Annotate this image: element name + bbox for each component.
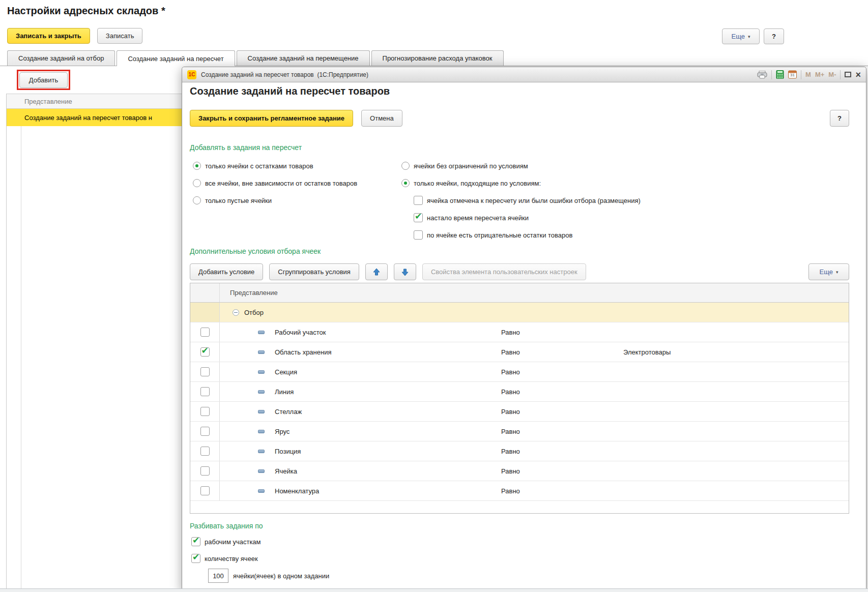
condition-operator: Равно bbox=[497, 467, 619, 475]
close-and-save-schedule-button[interactable]: Закрыть и сохранить регламентное задание bbox=[190, 110, 353, 127]
table-row[interactable]: Секция Равно bbox=[190, 362, 849, 382]
radio-icon[interactable] bbox=[401, 179, 410, 187]
cells-per-task-input[interactable]: 100 bbox=[208, 569, 228, 583]
conditions-table-header[interactable]: Представление bbox=[190, 283, 849, 303]
more-label: Еще bbox=[732, 33, 745, 40]
field-icon bbox=[258, 410, 265, 413]
page-help-button[interactable]: ? bbox=[764, 28, 784, 44]
chevron-down-icon: ▾ bbox=[748, 34, 750, 39]
table-row[interactable]: Ячейка Равно bbox=[190, 461, 849, 481]
dialog-titlebar[interactable]: 1С Создание заданий на пересчет товаров … bbox=[182, 67, 866, 82]
checkbox-marked-for-recount[interactable]: ячейка отмечена к пересчету или были оши… bbox=[414, 195, 641, 206]
radio-icon[interactable] bbox=[193, 179, 201, 187]
titlebar-separator bbox=[771, 70, 772, 79]
condition-name: Секция bbox=[275, 368, 297, 376]
radio-icon[interactable] bbox=[193, 162, 201, 170]
radio-label[interactable]: все ячейки, вне зависимости от остатков … bbox=[205, 180, 357, 187]
checkbox-label[interactable]: рабочим участкам bbox=[205, 538, 261, 546]
section-title-additional-conditions: Дополнительные условия отбора ячеек bbox=[190, 247, 321, 255]
radio-label[interactable]: только пустые ячейки bbox=[205, 197, 272, 204]
dialog-heading: Создание заданий на пересчет товаров bbox=[190, 85, 390, 97]
checkbox-icon[interactable] bbox=[191, 554, 200, 563]
conditions-more-button[interactable]: Еще ▾ bbox=[808, 263, 849, 280]
row-checkbox[interactable] bbox=[200, 387, 210, 396]
tab-create-movement-tasks[interactable]: Создание заданий на перемещение bbox=[237, 50, 370, 66]
radio-all-cells[interactable]: все ячейки, вне зависимости от остатков … bbox=[193, 177, 357, 189]
radio-label[interactable]: только ячейки, подходящие по условиям: bbox=[414, 180, 541, 187]
row-checkbox[interactable] bbox=[200, 407, 210, 416]
checkbox-by-cell-count[interactable]: количеству ячеек bbox=[191, 553, 258, 564]
calculator-icon[interactable] bbox=[776, 70, 784, 79]
table-row[interactable]: Область хранения Равно Электротовары bbox=[190, 342, 849, 362]
table-row[interactable]: Линия Равно bbox=[190, 382, 849, 402]
add-condition-button[interactable]: Добавить условие bbox=[190, 263, 263, 280]
page-more-button[interactable]: Еще ▾ bbox=[722, 28, 760, 44]
checkbox-icon[interactable] bbox=[414, 213, 423, 222]
field-icon bbox=[258, 430, 265, 433]
column-header[interactable]: Представление bbox=[7, 94, 183, 109]
maximize-icon[interactable] bbox=[845, 72, 851, 77]
print-icon[interactable] bbox=[757, 71, 767, 79]
row-checkbox[interactable] bbox=[200, 486, 210, 495]
collapse-icon[interactable] bbox=[233, 309, 239, 316]
checkbox-recount-time[interactable]: настало время пересчета ячейки bbox=[414, 212, 529, 223]
row-checkbox[interactable] bbox=[200, 427, 210, 436]
checkbox-by-work-areas[interactable]: рабочим участкам bbox=[191, 536, 261, 547]
row-checkbox[interactable] bbox=[200, 367, 210, 376]
table-row[interactable]: Номенклатура Равно bbox=[190, 481, 849, 501]
checkbox-icon[interactable] bbox=[414, 196, 423, 205]
field-icon bbox=[258, 370, 265, 374]
checkbox-label[interactable]: ячейка отмечена к пересчету или были оши… bbox=[427, 197, 641, 204]
conditions-table: Представление Отбор Рабочий участок Равн… bbox=[190, 283, 849, 514]
radio-icon[interactable] bbox=[193, 196, 201, 204]
radio-cells-with-stock[interactable]: только ячейки с остатками товаров bbox=[193, 160, 313, 171]
dialog-help-button[interactable]: ? bbox=[830, 110, 849, 127]
condition-operator: Равно bbox=[497, 487, 619, 495]
checkbox-icon[interactable] bbox=[414, 230, 423, 240]
move-up-button[interactable] bbox=[365, 263, 388, 280]
field-icon bbox=[258, 331, 265, 334]
tab-create-picking-tasks[interactable]: Создание заданий на отбор bbox=[7, 50, 115, 66]
radio-cells-no-limits[interactable]: ячейки без ограничений по условиям bbox=[401, 160, 528, 171]
table-row[interactable]: Рабочий участок Равно bbox=[190, 322, 849, 342]
save-and-close-button[interactable]: Записать и закрыть bbox=[7, 28, 90, 44]
tab-packaging-forecast[interactable]: Прогнозирование расхода упаковок bbox=[371, 50, 504, 66]
more-label: Еще bbox=[820, 268, 833, 276]
annotation-highlight bbox=[17, 70, 70, 90]
group-row-checkbox-cell bbox=[190, 303, 220, 322]
checkbox-icon[interactable] bbox=[191, 537, 200, 546]
user-settings-properties-button[interactable]: Свойства элемента пользовательских настр… bbox=[422, 263, 586, 280]
move-down-button[interactable] bbox=[394, 263, 416, 280]
checkbox-label[interactable]: настало время пересчета ячейки bbox=[427, 214, 529, 222]
checkbox-label[interactable]: количеству ячеек bbox=[205, 555, 258, 563]
memory-plus-button[interactable]: M+ bbox=[815, 71, 824, 78]
radio-icon[interactable] bbox=[401, 162, 410, 170]
row-checkbox[interactable] bbox=[200, 347, 210, 357]
table-row[interactable]: Ярус Равно bbox=[190, 422, 849, 441]
save-button[interactable]: Записать bbox=[97, 28, 143, 44]
tab-create-recount-tasks[interactable]: Создание заданий на пересчет bbox=[117, 50, 235, 66]
checkbox-label[interactable]: по ячейке есть отрицательные остатки тов… bbox=[427, 231, 572, 239]
radio-label[interactable]: ячейки без ограничений по условиям bbox=[414, 162, 528, 170]
table-column-divider bbox=[21, 94, 21, 588]
memory-recall-button[interactable]: M bbox=[805, 71, 811, 78]
memory-minus-button[interactable]: M- bbox=[828, 71, 836, 78]
radio-cells-by-conditions[interactable]: только ячейки, подходящие по условиям: bbox=[401, 177, 541, 189]
group-row-otbor[interactable]: Отбор bbox=[190, 303, 849, 322]
cancel-button[interactable]: Отмена bbox=[361, 110, 402, 127]
conditions-toolbar: Добавить условие Сгруппировать условия С… bbox=[190, 263, 849, 280]
group-conditions-button[interactable]: Сгруппировать условия bbox=[269, 263, 359, 280]
condition-operator: Равно bbox=[497, 329, 619, 336]
radio-empty-cells[interactable]: только пустые ячейки bbox=[193, 195, 272, 206]
table-row[interactable]: Стеллаж Равно bbox=[190, 402, 849, 422]
radio-label[interactable]: только ячейки с остатками товаров bbox=[205, 162, 313, 170]
row-checkbox[interactable] bbox=[200, 447, 210, 456]
field-icon bbox=[258, 469, 265, 473]
checkbox-negative-stock[interactable]: по ячейке есть отрицательные остатки тов… bbox=[414, 229, 572, 241]
row-checkbox[interactable] bbox=[200, 466, 210, 476]
table-row[interactable]: Создание заданий на пересчет товаров н bbox=[7, 109, 183, 126]
calendar-icon[interactable]: 31 bbox=[788, 70, 797, 79]
row-checkbox[interactable] bbox=[200, 328, 210, 337]
table-row[interactable]: Позиция Равно bbox=[190, 441, 849, 461]
close-icon[interactable]: × bbox=[855, 70, 861, 79]
